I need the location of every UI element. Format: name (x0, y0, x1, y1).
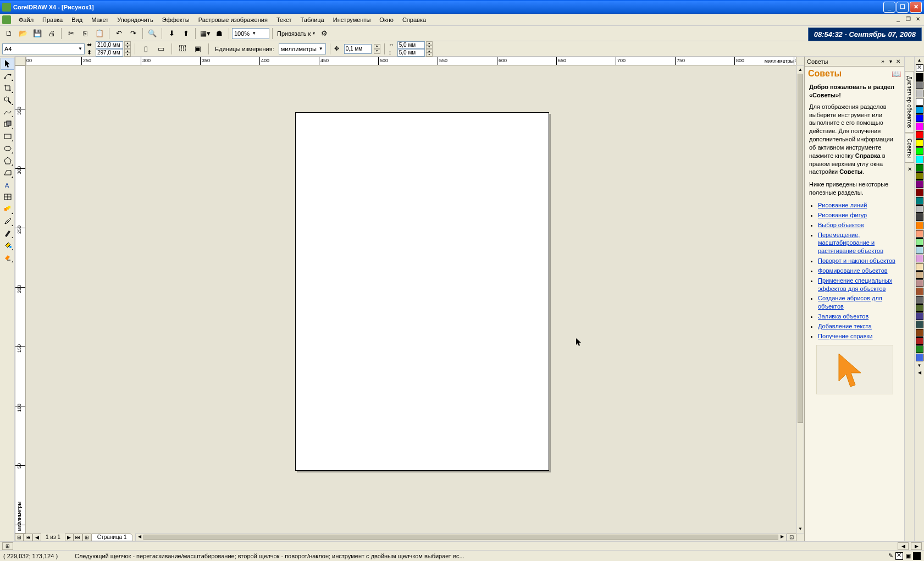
paste-button[interactable]: 📋 (93, 27, 106, 40)
menu-view[interactable]: Вид (67, 15, 87, 24)
hints-link[interactable]: Получение справки (818, 333, 872, 339)
navigator-button[interactable]: ⊡ (787, 534, 796, 541)
menu-tools[interactable]: Инструменты (329, 15, 375, 24)
color-swatch[interactable] (916, 345, 923, 353)
new-button[interactable]: 🗋 (2, 27, 15, 40)
menu-table[interactable]: Таблица (296, 15, 329, 24)
ruler-vertical[interactable]: миллиметры 400350300250200150100500-50 (15, 65, 26, 534)
open-button[interactable]: 📂 (16, 27, 30, 40)
spin-down[interactable]: ▼ (426, 45, 433, 49)
landscape-button[interactable]: ▭ (154, 42, 168, 56)
portrait-button[interactable]: ▯ (139, 42, 152, 56)
redo-button[interactable]: ↷ (126, 27, 140, 40)
hints-link[interactable]: Поворот и наклон объектов (818, 257, 895, 264)
spin-down[interactable]: ▼ (426, 53, 433, 57)
scroll-left-button[interactable]: ◀ (136, 534, 143, 541)
basic-shapes-tool[interactable] (1, 167, 14, 179)
scroll-down-button[interactable]: ▼ (797, 525, 804, 533)
color-swatch[interactable] (916, 123, 923, 130)
color-swatch[interactable] (916, 147, 923, 155)
menu-file[interactable]: Файл (14, 15, 38, 24)
color-swatch[interactable] (916, 106, 923, 114)
hints-link[interactable]: Формирование объектов (818, 267, 888, 274)
search-content-button[interactable]: 🔍 (146, 27, 159, 40)
color-swatch[interactable] (916, 263, 923, 271)
spin-up[interactable]: ▲ (374, 44, 380, 49)
hints-link[interactable]: Заливка объектов (818, 313, 868, 320)
hints-link[interactable]: Применение специальных эффектов для объе… (818, 277, 892, 292)
docker-tab-hints[interactable]: Советы (905, 134, 914, 163)
interactive-fill-tool[interactable] (1, 251, 14, 263)
no-color-swatch[interactable] (916, 64, 923, 72)
color-swatch[interactable] (916, 131, 923, 139)
canvas-viewport[interactable] (26, 65, 796, 534)
nav-back-button[interactable]: ◀ (898, 542, 909, 550)
scroll-thumb[interactable] (143, 535, 778, 540)
scroll-up-button[interactable]: ▲ (797, 66, 804, 74)
current-page-button[interactable]: ▣ (191, 42, 204, 56)
options-button[interactable]: ⚙ (318, 27, 331, 40)
color-swatch[interactable] (916, 139, 923, 147)
spin-up[interactable]: ▲ (426, 41, 433, 45)
spin-up[interactable]: ▲ (124, 41, 131, 45)
last-page-button[interactable]: ⏭ (74, 534, 82, 541)
nav-forward-button[interactable]: ▶ (911, 542, 922, 550)
maximize-button[interactable]: ☐ (897, 2, 909, 13)
app-launcher-button[interactable]: ▦▾ (198, 27, 212, 40)
page-tab[interactable]: Страница 1 (91, 534, 133, 541)
duplicate-y-input[interactable] (397, 49, 425, 57)
fill-outline-indicator[interactable]: ✎ ✕ ▣ (888, 552, 921, 560)
scroll-right-button[interactable]: ▶ (778, 534, 786, 541)
vertical-scrollbar[interactable]: ▲ ▼ (796, 65, 804, 534)
spin-down[interactable]: ▼ (124, 45, 131, 49)
help-book-icon[interactable]: 📖 (892, 69, 901, 78)
ruler-horizontal[interactable]: миллиметры 05010015020025030035040045050… (26, 57, 796, 65)
docker-collapse-button[interactable]: » (879, 58, 887, 64)
units-dropdown[interactable]: миллиметры▼ (279, 43, 326, 54)
fill-tool[interactable] (1, 239, 14, 251)
shape-tool[interactable] (1, 70, 14, 82)
menu-effects[interactable]: Эффекты (158, 15, 194, 24)
hints-link[interactable]: Рисование линий (818, 202, 867, 208)
color-swatch[interactable] (916, 164, 923, 172)
add-page-button[interactable]: ⊞ (15, 534, 24, 541)
undo-button[interactable]: ↶ (112, 27, 125, 40)
add-page-button[interactable]: ⊞ (2, 542, 13, 550)
welcome-screen-button[interactable]: ☗ (213, 27, 226, 40)
export-button[interactable]: ⬆ (179, 27, 192, 40)
docker-close-button[interactable]: ✕ (894, 58, 902, 64)
color-swatch[interactable] (916, 180, 923, 188)
hints-link[interactable]: Создание абрисов для объектов (818, 295, 882, 310)
color-swatch[interactable] (916, 329, 923, 337)
cut-button[interactable]: ✂ (64, 27, 78, 40)
zoom-dropdown[interactable]: 100%▼ (232, 28, 269, 39)
color-swatch[interactable] (916, 337, 923, 345)
color-swatch[interactable] (916, 304, 923, 312)
minimize-button[interactable]: _ (883, 2, 895, 13)
ellipse-tool[interactable] (1, 142, 14, 155)
color-swatch[interactable] (916, 222, 923, 229)
color-swatch[interactable] (916, 98, 923, 106)
spin-up[interactable]: ▲ (426, 49, 433, 53)
color-swatch[interactable] (916, 156, 923, 163)
all-pages-button[interactable]: ⿲ (176, 42, 189, 56)
next-page-button[interactable]: ▶ (65, 534, 74, 541)
docker-tab-object-manager[interactable]: Диспетчер объектов (905, 71, 914, 133)
outline-color-indicator[interactable] (913, 552, 921, 560)
palette-flyout[interactable]: ◀ (918, 369, 921, 376)
palette-scroll-up[interactable]: ▲ (917, 57, 922, 64)
page-size-dropdown[interactable]: A4▼ (2, 43, 85, 54)
prev-page-button[interactable]: ◀ (32, 534, 41, 541)
spin-up[interactable]: ▲ (124, 49, 131, 53)
duplicate-x-input[interactable] (397, 41, 425, 49)
color-swatch[interactable] (916, 271, 923, 279)
doc-close-button[interactable]: ✕ (914, 16, 922, 24)
first-page-button[interactable]: ⏮ (24, 534, 32, 541)
ruler-origin[interactable] (15, 57, 26, 65)
color-swatch[interactable] (916, 279, 923, 287)
rectangle-tool[interactable] (1, 130, 14, 142)
menu-bitmaps[interactable]: Растровые изображения (194, 15, 272, 24)
polygon-tool[interactable] (1, 155, 14, 167)
doc-restore-button[interactable]: ❐ (904, 16, 912, 24)
color-swatch[interactable] (916, 213, 923, 221)
